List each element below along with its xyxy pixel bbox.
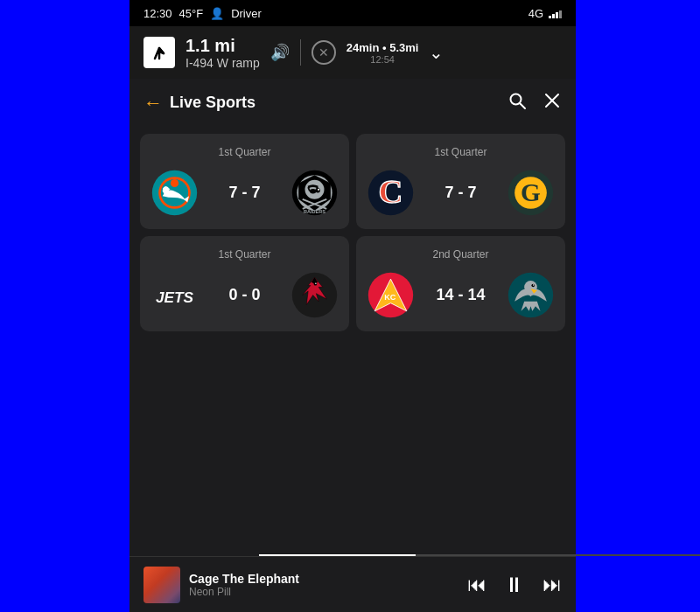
phone-frame: 12:30 45°F 👤 Driver 4G 1.1 mi I-494 W ra… [130, 0, 576, 612]
jets-logo: JETS [150, 271, 199, 319]
bears-logo: C C [367, 169, 415, 217]
driver-label: Driver [231, 7, 262, 20]
dolphins-logo [150, 169, 199, 217]
game-card-jets-falcons[interactable]: 1st Quarter JETS 0 - 0 [140, 236, 349, 331]
eagles-logo [507, 271, 555, 319]
game-quarter-2: 1st Quarter [434, 146, 486, 158]
svg-line-1 [521, 104, 526, 109]
chiefs-logo: KC [367, 271, 415, 319]
play-pause-button[interactable]: ⏸ [504, 573, 525, 597]
nav-road-name: I-494 W ramp [186, 56, 260, 70]
status-bar: 12:30 45°F 👤 Driver 4G [130, 0, 576, 26]
page-title: Live Sports [170, 94, 256, 112]
svg-point-0 [511, 94, 522, 105]
search-icon[interactable] [508, 91, 527, 115]
svg-text:C: C [379, 173, 403, 210]
game-card-dolphins-raiders[interactable]: 1st Quarter [140, 134, 349, 229]
navigation-bar: 1.1 mi I-494 W ramp 🔊 ✕ 24min • 5.3mi 12… [130, 26, 576, 79]
music-controls: ⏮ ⏸ ⏭ [467, 573, 562, 597]
game-score-2: 7 - 7 [420, 184, 501, 202]
svg-text:JETS: JETS [156, 288, 194, 305]
nav-expand-icon[interactable]: ⌄ [429, 42, 444, 63]
game-teams-2: C C 7 - 7 G [367, 169, 555, 217]
game-score-3: 0 - 0 [204, 286, 285, 304]
back-button[interactable]: ← [144, 92, 163, 115]
eta-dist-sep: • [382, 41, 389, 54]
album-art [144, 567, 180, 603]
song-title: Cage The Elephant [189, 572, 458, 586]
game-teams-3: JETS 0 - 0 [150, 271, 339, 319]
eta-min: 24min [346, 41, 380, 54]
game-teams-4: KC 14 - 14 [367, 271, 555, 319]
svg-text:KC: KC [384, 293, 396, 302]
game-quarter-4: 2nd Quarter [432, 248, 488, 261]
nav-distance: 1.1 mi [186, 36, 235, 55]
eta-dist: 5.3mi [389, 41, 418, 54]
music-player: Cage The Elephant Neon Pill ⏮ ⏸ ⏭ [130, 556, 576, 612]
status-temp: 45°F [179, 7, 204, 20]
driver-icon: 👤 [210, 7, 224, 20]
svg-point-25 [315, 282, 316, 283]
song-info: Cage The Elephant Neon Pill [189, 572, 458, 598]
turn-direction-icon [144, 37, 175, 68]
previous-track-button[interactable]: ⏮ [467, 574, 486, 596]
game-card-chiefs-eagles[interactable]: 2nd Quarter KC 14 - 14 [356, 236, 565, 331]
content-spacer [130, 349, 576, 557]
game-quarter-1: 1st Quarter [218, 146, 270, 158]
nav-cancel-button[interactable]: ✕ [312, 40, 336, 65]
music-progress-bar [259, 554, 700, 556]
svg-point-13 [318, 189, 319, 191]
game-score-1: 7 - 7 [204, 184, 285, 202]
close-icon[interactable] [542, 91, 562, 115]
game-score-4: 14 - 14 [420, 286, 501, 304]
game-quarter-3: 1st Quarter [218, 248, 270, 261]
raiders-logo: RAIDERS [290, 169, 339, 217]
games-grid: 1st Quarter [130, 127, 576, 349]
svg-point-12 [315, 188, 320, 193]
song-artist: Neon Pill [189, 586, 458, 598]
main-content: ← Live Sports [130, 79, 576, 556]
network-type: 4G [528, 7, 543, 20]
packers-logo: G [507, 169, 555, 217]
svg-text:G: G [521, 178, 541, 206]
nav-volume-icon[interactable]: 🔊 [270, 43, 290, 62]
svg-text:RAIDERS: RAIDERS [304, 209, 326, 214]
live-sports-header: ← Live Sports [130, 79, 576, 127]
falcons-logo [290, 271, 339, 319]
nav-divider [300, 39, 301, 66]
game-card-bears-packers[interactable]: 1st Quarter C C 7 - 7 [356, 134, 565, 229]
svg-point-31 [533, 284, 534, 285]
next-track-button[interactable]: ⏭ [542, 574, 562, 596]
signal-strength-icon [549, 8, 562, 18]
svg-point-11 [310, 189, 316, 194]
nav-eta: 24min • 5.3mi 12:54 [346, 41, 419, 65]
game-teams-1: 7 - 7 [150, 169, 339, 217]
status-time: 12:30 [144, 7, 172, 20]
eta-arrival-time: 12:54 [346, 54, 419, 65]
